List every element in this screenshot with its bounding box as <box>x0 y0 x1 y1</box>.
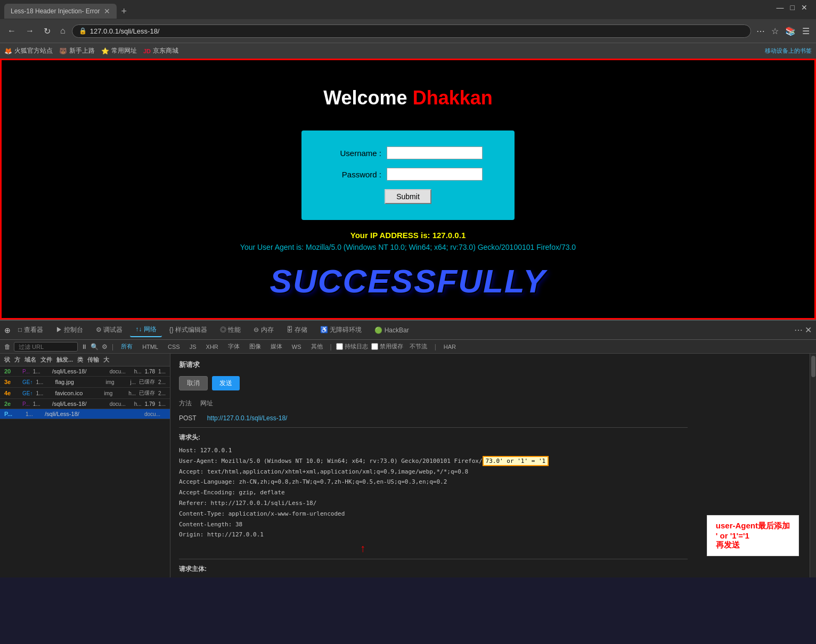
no-throttle[interactable]: 不节流 <box>406 341 430 352</box>
disable-cache-label[interactable]: 禁用缓存 <box>371 343 403 350</box>
header-content-length: Content-Length: 38 <box>179 519 688 530</box>
extra-label: 1... <box>158 401 166 407</box>
request-row[interactable]: 2e P... 1... /sqli/Less-18/ docu... h...… <box>0 399 170 409</box>
bookmarks-bar: 🦊 火狐官方站点 🐻 新手上路 ⭐ 常用网址 JD 京东商城 移动设备上的书签 <box>0 43 816 59</box>
extra-label: 1... <box>158 369 166 374</box>
search-icon[interactable]: 🔍 <box>91 343 99 350</box>
tab-performance[interactable]: ◎ 性能 <box>215 323 246 337</box>
tab-storage[interactable]: 🗄 存储 <box>281 323 313 337</box>
persist-log-label[interactable]: 持续日志 <box>336 343 368 350</box>
filter-other[interactable]: 其他 <box>308 341 326 352</box>
url-filter-input[interactable] <box>14 342 78 352</box>
mobile-device-link[interactable]: 移动设备上的书签 <box>765 47 812 55</box>
minimize-button[interactable]: — <box>777 3 784 12</box>
bookmark-firefox[interactable]: 🦊 火狐官方站点 <box>4 46 53 55</box>
more-button[interactable]: ⋯ <box>754 24 767 38</box>
dhakkan-text: Dhakkan <box>413 87 493 109</box>
forward-button[interactable]: → <box>22 24 37 38</box>
password-label: Password : <box>323 170 381 179</box>
scrollbar[interactable] <box>810 354 816 577</box>
request-row[interactable]: 3e GE↑ 1... flag.jpg img j... 已缓存 2... <box>0 377 170 388</box>
bookmark-jd[interactable]: JD 京东商城 <box>143 46 178 55</box>
password-row: Password : <box>323 168 493 181</box>
new-request-title: 新请求 <box>179 360 688 370</box>
col-transfer: 传输 <box>87 356 99 364</box>
tab-network[interactable]: ↑↓ 网络 <box>130 323 161 337</box>
url-label: 网址 <box>200 399 213 408</box>
file-label: /sqli/Less-18/ <box>52 368 107 374</box>
request-row[interactable]: 20 P... 1... /sqli/Less-18/ docu... h...… <box>0 366 170 377</box>
pause-icon[interactable]: ⏸ <box>81 343 87 350</box>
filter-image[interactable]: 图像 <box>246 341 264 352</box>
request-row[interactable]: 4e GE↑ 1... favicon.ico img h... 已缓存 2..… <box>0 388 170 399</box>
disable-cache-checkbox[interactable] <box>371 343 378 350</box>
request-row-selected[interactable]: P... 1... /sqli/Less-18/ docu... <box>0 409 170 419</box>
extra-label: 2... <box>158 390 166 396</box>
details-panel: 新请求 取消 发送 方法 网址 POST http://127.0.0.1/sq… <box>170 354 696 577</box>
request-method: POST <box>179 414 197 422</box>
tab-close-icon[interactable]: ✕ <box>104 7 110 15</box>
maximize-button[interactable]: □ <box>790 3 795 12</box>
header-user-agent: User-Agent: Mozilla/5.0 (Windows NT 10.0… <box>179 456 688 467</box>
tab-debugger[interactable]: ⚙ 调试器 <box>91 323 128 337</box>
filter-xhr[interactable]: XHR <box>203 343 222 351</box>
cancel-button[interactable]: 取消 <box>179 376 208 390</box>
tab-inspector[interactable]: □ 查看器 <box>13 323 48 337</box>
filter-all[interactable]: 所有 <box>118 341 136 352</box>
send-button[interactable]: 发送 <box>212 376 240 390</box>
tab-accessibility[interactable]: ♿ 无障碍环境 <box>315 323 367 337</box>
requests-panel: 状 方 域名 文件 触发... 类 传输 大 20 P... 1... /sql… <box>0 354 170 577</box>
annotation-line1: user-Agent最后添加 <box>716 521 790 531</box>
ip-section: Your IP ADDRESS is: 127.0.0.1 Your User … <box>12 231 804 251</box>
col-status: 状 <box>4 356 10 364</box>
header-accept-encoding: Accept-Encoding: gzip, deflate <box>179 487 688 498</box>
username-input[interactable] <box>387 146 483 159</box>
settings-icon[interactable]: ⚙ <box>102 343 108 350</box>
menu-button[interactable]: ☰ <box>800 24 812 38</box>
filter-media[interactable]: 媒体 <box>267 341 285 352</box>
devtools-inspect-icon[interactable]: ⊕ <box>4 326 11 335</box>
filter-css[interactable]: CSS <box>165 343 183 351</box>
filter-js[interactable]: JS <box>186 343 200 351</box>
scrollbar-thumb[interactable] <box>811 356 815 377</box>
tab-console[interactable]: ▶ 控制台 <box>51 323 88 337</box>
browser-window: Less-18 Header Injection- Error ✕ + — □ … <box>0 0 816 577</box>
bookmark-common[interactable]: ⭐ 常用网址 <box>101 46 137 55</box>
file-label: /sqli/Less-18/ <box>52 401 107 407</box>
type-label: docu... <box>110 369 131 374</box>
filter-font[interactable]: 字体 <box>225 341 243 352</box>
new-tab-button[interactable]: + <box>117 6 131 17</box>
size-label: 1.79 <box>145 401 155 407</box>
method-label: GE↑ <box>22 390 32 396</box>
method-label: P... <box>22 401 30 407</box>
tab-hackbar[interactable]: 🟢 HackBar <box>369 324 414 336</box>
close-button[interactable]: ✕ <box>801 3 807 12</box>
tab-style-editor[interactable]: {} 样式编辑器 <box>164 323 213 337</box>
bookmark-button[interactable]: ☆ <box>769 24 781 38</box>
clear-requests-icon[interactable]: 🗑 <box>4 343 11 350</box>
agent-text: Your User Agent is: Mozilla/5.0 (Windows… <box>12 243 804 251</box>
filter-ws[interactable]: WS <box>289 343 305 351</box>
ip-text: Your IP ADDRESS is: 127.0.0.1 <box>12 231 804 240</box>
transfer-label: h... <box>134 369 142 374</box>
login-form: Username : Password : Submit <box>301 131 515 220</box>
browser-tab[interactable]: Less-18 Header Injection- Error ✕ <box>4 4 117 19</box>
devtools-close-icon[interactable]: ✕ <box>805 325 812 335</box>
tab-memory[interactable]: ⊖ 内存 <box>248 323 279 337</box>
persist-log-checkbox[interactable] <box>336 343 343 350</box>
filter-html[interactable]: HTML <box>139 343 161 351</box>
back-button[interactable]: ← <box>4 24 19 38</box>
reload-button[interactable]: ↻ <box>40 24 54 38</box>
size-label: 已缓存 <box>139 389 155 397</box>
bookmark-newuser[interactable]: 🐻 新手上路 <box>59 46 95 55</box>
devtools-more[interactable]: ⋯ <box>794 325 803 335</box>
address-bar[interactable]: 🔒 127.0.0.1/sqli/Less-18/ <box>72 25 751 38</box>
har-button[interactable]: HAR <box>440 343 459 351</box>
home-button[interactable]: ⌂ <box>57 24 69 38</box>
annotation-box: user-Agent最后添加 ' or '1'='1 再发送 <box>707 515 799 556</box>
file-label: flag.jpg <box>55 379 102 385</box>
header-origin: Origin: http://127.0.0.1 <box>179 529 688 540</box>
browser-actions: ⋯ ☆ 📚 ☰ <box>754 24 812 38</box>
password-input[interactable] <box>387 168 483 181</box>
submit-button[interactable]: Submit <box>385 189 431 204</box>
